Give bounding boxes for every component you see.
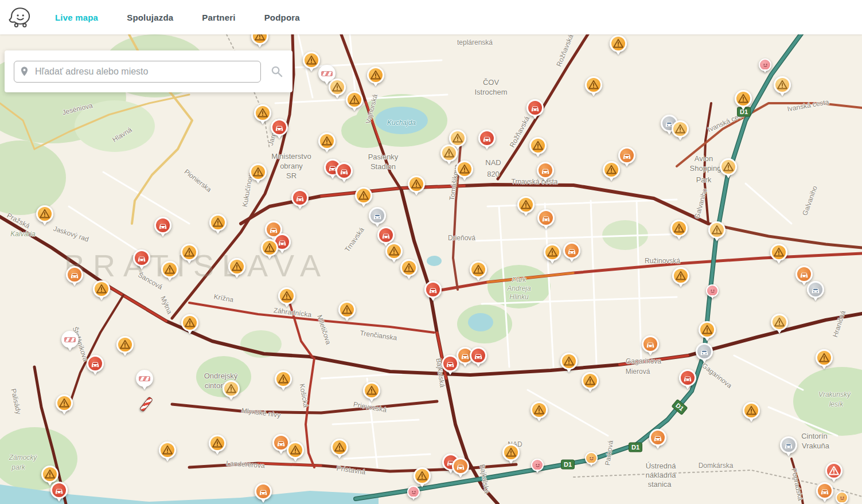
traffic-jam-marker[interactable] (424, 281, 442, 298)
live-map[interactable]: BRATISLAVA teplárenskáČOVIstrochemKuchaj… (0, 34, 862, 504)
hazard-marker[interactable] (582, 372, 599, 389)
hazard-marker[interactable] (363, 382, 380, 399)
hazard-marker[interactable] (456, 161, 473, 178)
search-input[interactable] (14, 61, 261, 83)
road-closure-stick-marker[interactable] (144, 396, 149, 412)
hazard-marker[interactable] (670, 220, 688, 237)
traffic-jam-marker[interactable] (452, 458, 469, 475)
hazard-marker[interactable] (825, 462, 843, 479)
hazard-marker[interactable] (181, 244, 198, 261)
hazard-marker[interactable] (318, 132, 336, 150)
nav-item-podpora[interactable]: Podpora (264, 13, 300, 22)
wazer-mood-marker[interactable] (836, 491, 848, 504)
hazard-marker[interactable] (720, 158, 737, 175)
traffic-jam-marker[interactable] (66, 266, 83, 283)
hazard-marker[interactable] (56, 394, 73, 412)
hazard-marker[interactable] (159, 442, 176, 459)
hazard-marker[interactable] (440, 144, 458, 162)
hazard-marker[interactable] (699, 321, 716, 338)
traffic-jam-marker[interactable] (336, 162, 353, 179)
hazard-marker[interactable] (209, 435, 226, 452)
traffic-jam-marker[interactable] (618, 147, 635, 164)
hazard-marker[interactable] (517, 196, 535, 213)
hazard-marker[interactable] (181, 314, 198, 331)
traffic-jam-marker[interactable] (50, 482, 68, 499)
hazard-marker[interactable] (771, 314, 788, 331)
hazard-marker[interactable] (385, 243, 403, 260)
traffic-jam-marker[interactable] (649, 429, 666, 446)
hazard-marker[interactable] (254, 104, 271, 122)
traffic-jam-marker[interactable] (563, 242, 580, 259)
hazard-marker[interactable] (338, 301, 356, 318)
hazard-marker[interactable] (41, 466, 58, 483)
hazard-marker[interactable] (161, 261, 178, 278)
hazard-marker[interactable] (544, 244, 561, 261)
traffic-jam-marker[interactable] (87, 355, 104, 372)
hazard-marker[interactable] (303, 52, 320, 69)
traffic-jam-marker[interactable] (255, 483, 272, 500)
hazard-marker[interactable] (228, 258, 245, 275)
hazard-marker[interactable] (408, 175, 425, 193)
hazard-marker[interactable] (346, 91, 363, 108)
hazard-marker[interactable] (672, 267, 689, 284)
traffic-jam-marker[interactable] (271, 119, 288, 136)
hazard-marker[interactable] (400, 259, 418, 276)
hazard-marker[interactable] (529, 137, 547, 154)
hazard-marker[interactable] (502, 444, 520, 461)
wazer-mood-marker[interactable] (585, 452, 598, 464)
hazard-marker[interactable] (209, 214, 227, 231)
wazer-mood-marker[interactable] (531, 459, 544, 471)
wazer-mood-marker[interactable] (706, 284, 719, 297)
hazard-marker[interactable] (329, 79, 346, 96)
hazard-marker[interactable] (770, 244, 787, 261)
traffic-jam-marker[interactable] (377, 226, 395, 244)
hazard-marker[interactable] (414, 467, 431, 485)
traffic-jam-marker[interactable] (537, 209, 555, 226)
police-marker[interactable] (780, 436, 797, 454)
hazard-marker[interactable] (251, 34, 268, 45)
traffic-jam-marker[interactable] (133, 249, 150, 267)
hazard-marker[interactable] (610, 35, 627, 52)
hazard-marker[interactable] (287, 442, 304, 459)
hazard-marker[interactable] (774, 76, 791, 93)
hazard-marker[interactable] (470, 261, 487, 278)
hazard-marker[interactable] (603, 161, 620, 178)
road-closure-marker[interactable] (61, 331, 79, 348)
search-icon[interactable] (270, 65, 283, 78)
hazard-marker[interactable] (331, 439, 348, 456)
police-marker[interactable] (696, 343, 713, 360)
traffic-jam-marker[interactable] (642, 335, 659, 353)
hazard-marker[interactable] (672, 120, 689, 138)
hazard-marker[interactable] (278, 287, 295, 304)
wazer-mood-marker[interactable] (759, 58, 771, 71)
hazard-marker[interactable] (735, 90, 752, 107)
waze-logo[interactable] (8, 4, 32, 30)
police-marker[interactable] (369, 207, 386, 224)
traffic-jam-marker[interactable] (291, 189, 309, 206)
traffic-jam-marker[interactable] (816, 482, 833, 499)
police-marker[interactable] (807, 281, 824, 298)
hazard-marker[interactable] (816, 349, 833, 366)
hazard-marker[interactable] (708, 221, 726, 239)
hazard-marker[interactable] (560, 353, 578, 370)
hazard-marker[interactable] (531, 401, 548, 419)
hazard-marker[interactable] (367, 67, 384, 84)
hazard-marker[interactable] (116, 336, 134, 353)
traffic-jam-marker[interactable] (795, 265, 813, 283)
hazard-marker[interactable] (249, 163, 267, 181)
wazer-mood-marker[interactable] (407, 486, 420, 498)
hazard-marker[interactable] (36, 205, 53, 222)
nav-item-spolujazda[interactable]: Spolujazda (127, 13, 173, 22)
hazard-marker[interactable] (93, 280, 110, 298)
traffic-jam-marker[interactable] (478, 130, 496, 147)
road-closure-marker[interactable] (136, 370, 153, 387)
traffic-jam-marker[interactable] (537, 162, 554, 179)
hazard-marker[interactable] (743, 402, 760, 419)
hazard-marker[interactable] (585, 76, 602, 93)
traffic-jam-marker[interactable] (679, 369, 696, 386)
traffic-jam-marker[interactable] (154, 217, 171, 234)
hazard-marker[interactable] (223, 380, 240, 397)
nav-item-live-mapa[interactable]: Live mapa (55, 13, 98, 22)
traffic-jam-marker[interactable] (470, 347, 487, 364)
hazard-marker[interactable] (355, 187, 372, 204)
